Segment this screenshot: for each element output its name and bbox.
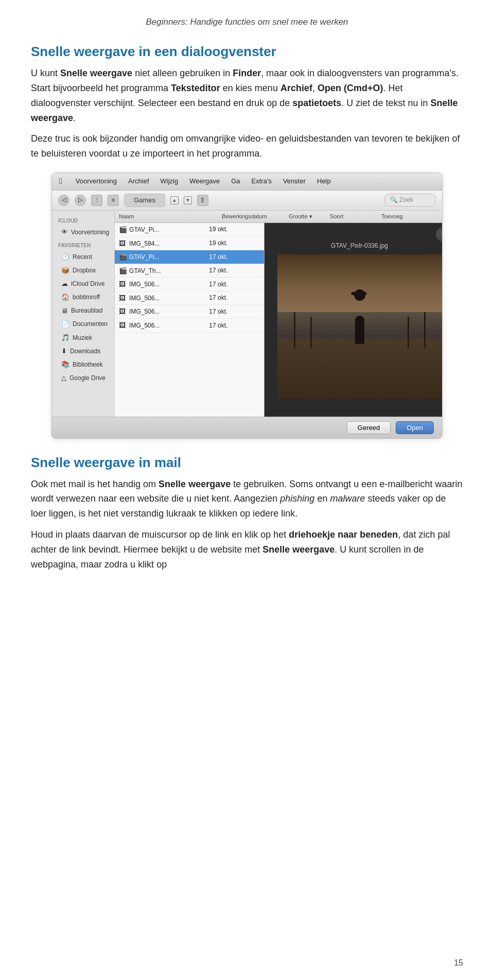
finder-file-list: 🎬GTAV_Pi... 19 okt. 🖼IMG_594... 19 okt. …: [115, 223, 264, 417]
arrange-button[interactable]: ≡: [108, 195, 119, 206]
user-icon: 🏠: [61, 292, 69, 302]
chevron-up-icon[interactable]: ▲: [170, 196, 179, 204]
menu-extras[interactable]: Extra's: [250, 176, 274, 186]
page-header: Beginners: Handige functies om snel mee …: [31, 15, 463, 29]
section2-title: Snelle weergave in mail: [31, 454, 463, 472]
sidebar-item-bibliotheek[interactable]: 📚 Bibliotheek: [52, 358, 114, 371]
dropbox-icon: 📦: [61, 265, 69, 276]
downloads-icon: ⬇: [61, 346, 67, 356]
menu-help[interactable]: Help: [315, 176, 333, 186]
table-row[interactable]: 🖼IMG_506... 17 okt.: [115, 305, 264, 319]
search-box[interactable]: 🔍 Zoek: [384, 194, 436, 207]
sidebar-item-dropbox[interactable]: 📦 Dropbox: [52, 264, 114, 277]
share-button[interactable]: ⇧: [197, 195, 208, 206]
file-icon: 🖼: [119, 279, 127, 287]
google-drive-icon: △: [61, 373, 66, 383]
finder-content-area: 🎬GTAV_Pi... 19 okt. 🖼IMG_594... 19 okt. …: [115, 223, 443, 417]
file-icon: 🖼: [119, 238, 127, 247]
preview-filename-label: GTAV_Pixlr-0336.jpg: [331, 241, 388, 251]
muziek-icon: 🎵: [61, 333, 69, 343]
sidebar-item-documenten[interactable]: 📄 Documenten: [52, 318, 114, 331]
finder-screenshot:  Voorvertoning Archief Wijzig Weergave …: [51, 173, 443, 439]
sidebar-item-voorvertoning[interactable]: 👁 Voorvertoning: [52, 226, 114, 239]
sidebar-item-bureaublad[interactable]: 🖥 Bureaublad: [52, 304, 114, 318]
file-icon: 🖼: [119, 293, 127, 301]
bureaublad-icon: 🖥: [61, 306, 68, 316]
col-header-datum: Bewerkingsdatum: [218, 212, 285, 221]
nav-forward-button[interactable]: ▷: [75, 195, 86, 206]
bibliotheek-icon: 📚: [61, 359, 69, 370]
voorvertoning-icon: 👁: [61, 227, 68, 237]
finder-main: Naam Bewerkingsdatum Grootte ▾ Soort Toe…: [115, 211, 443, 417]
col-header-grootte: Grootte ▾: [285, 212, 326, 221]
sidebar-item-recent[interactable]: 🕐 Recent: [52, 250, 114, 264]
table-row[interactable]: 🖼IMG_506... 17 okt.: [115, 291, 264, 305]
sidebar-item-downloads[interactable]: ⬇ Downloads: [52, 345, 114, 358]
menu-voorvertoning[interactable]: Voorvertoning: [74, 176, 119, 186]
finder-bottom-bar: Gereed Open: [52, 417, 442, 438]
sidebar-item-bobtimroff[interactable]: 🏠 bobtimroff: [52, 290, 114, 304]
file-icon: 🎬: [119, 225, 127, 233]
apple-logo-icon: : [57, 175, 64, 188]
preview-image: [277, 254, 442, 399]
section1-title: Snelle weergave in een dialoogvenster: [31, 43, 463, 61]
finder-toolbar: ◁ ▷ ⋮ ≡ Games ▲ ▼ ⇧ 🔍 Zoek: [52, 191, 442, 211]
col-header-naam: Naam: [115, 212, 218, 221]
section2-para1: Ook met mail is het handig om Snelle wee…: [31, 477, 463, 521]
menu-venster[interactable]: Venster: [281, 176, 308, 186]
section2: Snelle weergave in mail Ook met mail is …: [31, 454, 463, 572]
table-row[interactable]: 🎬GTAV_Pi... 19 okt.: [115, 223, 264, 237]
documenten-icon: 📄: [61, 319, 69, 330]
finder-body: iCloud 👁 Voorvertoning Favorieten 🕐 Rece…: [52, 211, 442, 417]
file-icon: 🖼: [119, 306, 127, 315]
table-row[interactable]: 🎬GTAV_Th... 17 okt.: [115, 264, 264, 278]
file-icon: 🎬: [119, 266, 127, 274]
menu-weergave[interactable]: Weergave: [187, 176, 222, 186]
preview-panel: ⇧ GTAV_Pixlr-0336.jpg: [264, 223, 443, 417]
table-row[interactable]: 🖼IMG_506... 17 okt.: [115, 278, 264, 291]
finder-sidebar: iCloud 👁 Voorvertoning Favorieten 🕐 Rece…: [52, 211, 115, 417]
preview-share-icon[interactable]: ⇧: [436, 227, 443, 242]
table-row-selected[interactable]: 🎬GTAV_Pi... 17 okt.: [115, 250, 264, 264]
menu-archief[interactable]: Archief: [126, 176, 151, 186]
sidebar-item-google-drive[interactable]: △ Google Drive: [52, 371, 114, 385]
col-header-toevoeg: Toevoeg: [377, 212, 443, 221]
recent-icon: 🕐: [61, 252, 69, 262]
sidebar-item-icloud-drive[interactable]: ☁ iCloud Drive: [52, 277, 114, 290]
finder-list-header: Naam Bewerkingsdatum Grootte ▾ Soort Toe…: [115, 211, 443, 223]
menu-wijzig[interactable]: Wijzig: [158, 176, 181, 186]
table-row[interactable]: 🖼IMG_506... 17 okt.: [115, 319, 264, 333]
folder-name: Games: [124, 194, 165, 207]
section2-para2: Houd in plaats daarvan de muiscursor op …: [31, 527, 463, 572]
view-toggle-button[interactable]: ⋮: [91, 195, 102, 206]
menu-ga[interactable]: Ga: [229, 176, 242, 186]
finder-menubar:  Voorvertoning Archief Wijzig Weergave …: [52, 173, 442, 191]
icloud-drive-icon: ☁: [61, 279, 68, 289]
open-button[interactable]: Open: [396, 421, 434, 434]
sidebar-item-muziek[interactable]: 🎵 Muziek: [52, 331, 114, 345]
sidebar-section-favorieten: Favorieten: [52, 239, 114, 251]
cancel-button[interactable]: Gereed: [347, 421, 391, 434]
chevron-down-icon[interactable]: ▼: [184, 196, 192, 204]
file-icon: 🎬: [119, 252, 127, 260]
col-header-soort: Soort: [326, 212, 377, 221]
section1-para1: U kunt Snelle weergave niet alleen gebru…: [31, 66, 463, 125]
page-number: 15: [454, 957, 463, 970]
sidebar-section-icloud: iCloud: [52, 215, 114, 226]
file-icon: 🖼: [119, 320, 127, 329]
nav-back-button[interactable]: ◁: [58, 195, 69, 206]
table-row[interactable]: 🖼IMG_594... 19 okt.: [115, 237, 264, 251]
section1-para2: Deze truc is ook bijzonder handig om omv…: [31, 131, 463, 161]
